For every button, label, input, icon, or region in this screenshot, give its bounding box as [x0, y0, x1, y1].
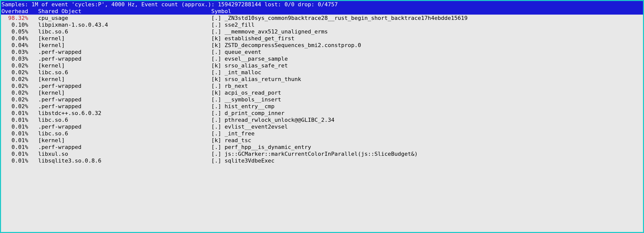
- shared-object: .perf-wrapped: [38, 144, 211, 150]
- overhead-value: 0.02%: [2, 76, 28, 83]
- overhead-value: 0.10%: [2, 21, 28, 28]
- profile-row[interactable]: 0.01% libc.so.6 [.] _int_free: [1, 130, 643, 137]
- symbol-name: acpi_os_read_port: [224, 89, 281, 96]
- shared-object: libc.so.6: [38, 130, 211, 137]
- shared-object: cpu_usage: [38, 15, 211, 21]
- dso-tag: [.]: [211, 123, 224, 130]
- overhead-value: 0.03%: [2, 55, 28, 62]
- perf-top-view[interactable]: Samples: 1M of event 'cycles:P', 4000 Hz…: [1, 1, 643, 232]
- terminal-frame: Samples: 1M of event 'cycles:P', 4000 Hz…: [0, 0, 644, 233]
- overhead-value: 98.32%: [2, 15, 28, 21]
- profile-row[interactable]: 0.02% libc.so.6 [.] _int_malloc: [1, 69, 643, 76]
- profile-rows[interactable]: 98.32% cpu_usage [.] _ZN3std10sys_common…: [1, 15, 643, 164]
- overhead-value: 0.01%: [2, 116, 28, 123]
- shared-object: [kernel]: [38, 42, 211, 49]
- profile-row[interactable]: 0.10% libpixman-1.so.0.43.4 [.] sse2_fil…: [1, 21, 643, 28]
- shared-object: [kernel]: [38, 137, 211, 144]
- overhead-value: 0.04%: [2, 42, 28, 49]
- dso-tag: [.]: [211, 144, 224, 150]
- profile-row[interactable]: 0.05% libc.so.6 [.] __memmove_avx512_una…: [1, 28, 643, 35]
- symbol-name: ZSTD_decompressSequences_bmi2.constprop.…: [224, 42, 361, 49]
- symbol-name: d_print_comp_inner: [224, 110, 284, 116]
- profile-row[interactable]: 0.03% .perf-wrapped [.] queue_event: [1, 49, 643, 55]
- profile-row[interactable]: 0.01% [kernel] [k] read_tsc: [1, 137, 643, 144]
- overhead-value: 0.01%: [2, 130, 28, 137]
- dso-tag: [.]: [211, 49, 224, 55]
- profile-row[interactable]: 0.01% libstdc++.so.6.0.32 [.] d_print_co…: [1, 110, 643, 116]
- symbol-name: _int_free: [224, 130, 254, 137]
- profile-row[interactable]: 0.01% libxul.so [.] js::GCMarker::markCu…: [1, 150, 643, 157]
- dso-tag: [.]: [211, 130, 224, 137]
- dso-tag: [.]: [211, 28, 224, 35]
- symbol-name: established_get_first: [224, 35, 294, 42]
- profile-row[interactable]: 0.01% .perf-wrapped [.] perf_hpp__is_dyn…: [1, 144, 643, 150]
- shared-object: libc.so.6: [38, 69, 211, 76]
- dso-tag: [k]: [211, 76, 224, 83]
- dso-tag: [.]: [211, 96, 224, 103]
- shared-object: [kernel]: [38, 62, 211, 69]
- profile-row[interactable]: 0.02% .perf-wrapped [.] hist_entry__cmp: [1, 103, 643, 110]
- overhead-value: 0.02%: [2, 83, 28, 89]
- shared-object: .perf-wrapped: [38, 123, 211, 130]
- symbol-name: queue_event: [224, 49, 261, 55]
- dso-tag: [.]: [211, 15, 224, 21]
- symbol-name: sqlite3VdbeExec: [224, 157, 274, 164]
- symbol-name: js::GCMarker::markCurrentColorInParallel…: [224, 150, 418, 157]
- overhead-value: 0.01%: [2, 123, 28, 130]
- shared-object: .perf-wrapped: [38, 55, 211, 62]
- profile-row[interactable]: 0.01% libsqlite3.so.0.8.6 [.] sqlite3Vdb…: [1, 157, 643, 164]
- dso-tag: [.]: [211, 83, 224, 89]
- overhead-value: 0.03%: [2, 49, 28, 55]
- profile-row[interactable]: 0.02% .perf-wrapped [.] __symbols__inser…: [1, 96, 643, 103]
- overhead-value: 0.01%: [2, 144, 28, 150]
- profile-row[interactable]: 0.02% [kernel] [k] acpi_os_read_port: [1, 89, 643, 96]
- dso-tag: [.]: [211, 157, 224, 164]
- shared-object: libsqlite3.so.0.8.6: [38, 157, 211, 164]
- symbol-name: srso_alias_return_thunk: [224, 76, 301, 83]
- symbol-name: evlist__event2evsel: [224, 123, 288, 130]
- column-header-row: Overhead Shared Object Symbol: [1, 8, 643, 15]
- dso-tag: [.]: [211, 150, 224, 157]
- shared-object: .perf-wrapped: [38, 96, 211, 103]
- shared-object: .perf-wrapped: [38, 83, 211, 89]
- dso-tag: [.]: [211, 116, 224, 123]
- shared-object: libxul.so: [38, 150, 211, 157]
- dso-tag: [k]: [211, 62, 224, 69]
- profile-row[interactable]: 0.01% .perf-wrapped [.] evlist__event2ev…: [1, 123, 643, 130]
- overhead-value: 0.01%: [2, 157, 28, 164]
- profile-row[interactable]: 0.02% [kernel] [k] srso_alias_safe_ret: [1, 62, 643, 69]
- overhead-value: 0.02%: [2, 96, 28, 103]
- symbol-name: rb_next: [224, 83, 248, 89]
- overhead-value: 0.01%: [2, 150, 28, 157]
- shared-object: [kernel]: [38, 76, 211, 83]
- overhead-value: 0.02%: [2, 69, 28, 76]
- symbol-name: perf_hpp__is_dynamic_entry: [224, 144, 311, 150]
- dso-tag: [k]: [211, 35, 224, 42]
- overhead-value: 0.02%: [2, 62, 28, 69]
- shared-object: [kernel]: [38, 89, 211, 96]
- dso-tag: [.]: [211, 55, 224, 62]
- profile-row[interactable]: 0.02% .perf-wrapped [.] rb_next: [1, 83, 643, 89]
- symbol-name: _int_malloc: [224, 69, 261, 76]
- overhead-value: 0.01%: [2, 137, 28, 144]
- symbol-name: __symbols__insert: [224, 96, 281, 103]
- profile-row[interactable]: 0.01% libc.so.6 [.] pthread_rwlock_unloc…: [1, 116, 643, 123]
- dso-tag: [k]: [211, 42, 224, 49]
- profile-row[interactable]: 0.03% .perf-wrapped [.] evsel__parse_sam…: [1, 55, 643, 62]
- dso-tag: [.]: [211, 110, 224, 116]
- profile-row[interactable]: 0.04% [kernel] [k] ZSTD_decompressSequen…: [1, 42, 643, 49]
- shared-object: [kernel]: [38, 35, 211, 42]
- profile-row[interactable]: 0.02% [kernel] [k] srso_alias_return_thu…: [1, 76, 643, 83]
- overhead-value: 0.01%: [2, 110, 28, 116]
- dso-tag: [.]: [211, 21, 224, 28]
- overhead-value: 0.05%: [2, 28, 28, 35]
- shared-object: .perf-wrapped: [38, 49, 211, 55]
- shared-object: libc.so.6: [38, 116, 211, 123]
- profile-row[interactable]: 98.32% cpu_usage [.] _ZN3std10sys_common…: [1, 15, 643, 21]
- profile-row[interactable]: 0.04% [kernel] [k] established_get_first: [1, 35, 643, 42]
- symbol-name: pthread_rwlock_unlock@@GLIBC_2.34: [224, 116, 334, 123]
- shared-object: libpixman-1.so.0.43.4: [38, 21, 211, 28]
- symbol-name: evsel__parse_sample: [224, 55, 288, 62]
- samples-header: Samples: 1M of event 'cycles:P', 4000 Hz…: [1, 1, 643, 8]
- shared-object: libc.so.6: [38, 28, 211, 35]
